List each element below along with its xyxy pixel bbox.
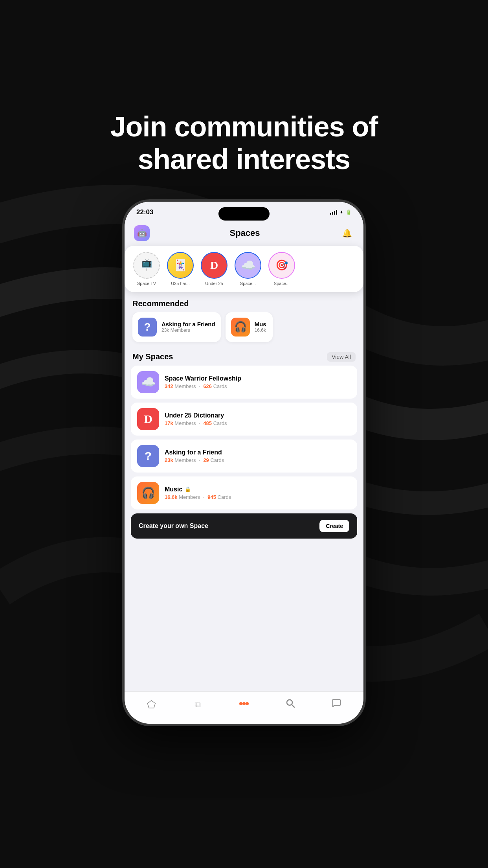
warrior-members: 342 <box>165 383 173 389</box>
status-icons: ✦ 🔋 <box>330 210 352 215</box>
my-spaces-title: My Spaces <box>132 352 173 361</box>
svg-point-1 <box>239 702 242 705</box>
app-title: Spaces <box>229 228 260 238</box>
spaces-row: 📺 + Space TV 🃏 U25 har... D Under 25 <box>125 246 363 292</box>
rec-info-asking: Asking for a Friend 23k Members <box>161 321 215 333</box>
avatar[interactable]: 🤖 <box>134 225 150 241</box>
bell-icon[interactable]: 🔔 <box>340 226 354 240</box>
space-item-space-tv[interactable]: 📺 + Space TV <box>132 252 161 286</box>
tab-chat-icon <box>332 699 341 710</box>
list-item-dictionary[interactable]: D Under 25 Dictionary 17k Members · 485 … <box>131 403 357 436</box>
list-item-warrior[interactable]: ☁️ Space Warrior Fellowship 342 Members … <box>131 366 357 399</box>
asking-meta: 23k Members · 29 Cards <box>165 457 351 463</box>
recommended-row: ? Asking for a Friend 23k Members 🎧 Mus … <box>125 312 363 348</box>
battery-icon: 🔋 <box>346 210 352 215</box>
dictionary-name: Under 25 Dictionary <box>165 412 351 419</box>
status-time: 22:03 <box>136 208 153 216</box>
tab-home[interactable]: ⬠ <box>128 699 175 711</box>
music-icon: 🎧 <box>137 482 159 504</box>
warrior-info: Space Warrior Fellowship 342 Members · 6… <box>165 375 351 389</box>
list-item-asking[interactable]: ? Asking for a Friend 23k Members · 29 C… <box>131 440 357 473</box>
rec-info-music: Mus 16.6k <box>255 321 266 333</box>
cloud-icon[interactable]: ☁️ <box>235 252 261 279</box>
phone-shell: 22:03 ✦ 🔋 🤖 Spaces 🔔 <box>122 199 366 726</box>
tab-search-icon <box>286 699 295 710</box>
my-spaces-header: My Spaces View All <box>125 348 363 366</box>
rec-name-asking: Asking for a Friend <box>161 321 215 327</box>
under25-icon[interactable]: D <box>201 252 227 279</box>
create-bar: Create your own Space Create <box>131 513 357 539</box>
asking-name: Asking for a Friend <box>165 449 351 456</box>
phone-screen: 22:03 ✦ 🔋 🤖 Spaces 🔔 <box>125 202 363 724</box>
rec-icon-music: 🎧 <box>231 318 250 337</box>
music-name: Music 🔒 <box>165 486 351 493</box>
warrior-cards: 626 <box>203 383 212 389</box>
signal-bars <box>330 210 337 215</box>
page-headline: Join communities of shared interests <box>110 110 378 176</box>
lock-icon: 🔒 <box>185 486 191 492</box>
space-item-u25[interactable]: 🃏 U25 har... <box>166 252 194 286</box>
target-label: Space... <box>274 281 290 286</box>
space-item-under25[interactable]: D Under 25 <box>200 252 228 286</box>
list-item-music[interactable]: 🎧 Music 🔒 16.6k Members · 945 Cards <box>131 476 357 509</box>
svg-line-5 <box>292 705 294 708</box>
asking-info: Asking for a Friend 23k Members · 29 Car… <box>165 449 351 463</box>
svg-point-2 <box>242 702 246 705</box>
dynamic-island <box>218 207 270 221</box>
warrior-name: Space Warrior Fellowship <box>165 375 351 382</box>
status-bar: 22:03 ✦ 🔋 <box>125 202 363 223</box>
dictionary-info: Under 25 Dictionary 17k Members · 485 Ca… <box>165 412 351 426</box>
space-tv-label: Space TV <box>137 281 156 286</box>
music-info: Music 🔒 16.6k Members · 945 Cards <box>165 486 351 500</box>
tab-home-icon: ⬠ <box>147 699 156 711</box>
tab-search[interactable] <box>267 699 314 710</box>
cloud-label: Space... <box>240 281 256 286</box>
tab-cards[interactable]: ⧉ <box>175 699 221 710</box>
warrior-meta: 342 Members · 626 Cards <box>165 383 351 389</box>
space-item-target[interactable]: 🎯 Space... <box>268 252 296 286</box>
tab-spaces[interactable] <box>221 699 267 710</box>
svg-point-3 <box>246 702 249 705</box>
dictionary-meta: 17k Members · 485 Cards <box>165 420 351 426</box>
create-bar-text: Create your own Space <box>139 522 208 530</box>
rec-meta-asking: 23k Members <box>161 327 215 333</box>
headline-line1: Join communities of <box>110 110 378 143</box>
tab-cards-icon: ⧉ <box>194 699 201 710</box>
rec-icon-question: ? <box>138 318 157 337</box>
create-button[interactable]: Create <box>319 520 349 532</box>
tab-spaces-icon <box>238 699 250 710</box>
target-icon[interactable]: 🎯 <box>268 252 295 279</box>
u25-icon[interactable]: 🃏 <box>167 252 194 279</box>
rec-name-music: Mus <box>255 321 266 327</box>
rec-card-asking[interactable]: ? Asking for a Friend 23k Members <box>132 312 221 342</box>
space-item-cloud[interactable]: ☁️ Space... <box>234 252 262 286</box>
tab-bar: ⬠ ⧉ <box>125 691 363 724</box>
under25-label: Under 25 <box>205 281 223 286</box>
connectivity-icon: ✦ <box>339 210 343 215</box>
rec-card-music[interactable]: 🎧 Mus 16.6k <box>226 312 273 342</box>
space-tv-icon[interactable]: 📺 + <box>133 252 160 279</box>
music-meta: 16.6k Members · 945 Cards <box>165 494 351 500</box>
asking-icon: ? <box>137 445 159 467</box>
rec-meta-music: 16.6k <box>255 327 266 333</box>
warrior-icon: ☁️ <box>137 371 159 393</box>
u25-label: U25 har... <box>171 281 190 286</box>
dictionary-icon: D <box>137 408 159 430</box>
headline-line2: shared interests <box>110 143 378 176</box>
recommended-title: Recommended <box>125 292 363 312</box>
scroll-area: Recommended ? Asking for a Friend 23k Me… <box>125 292 363 570</box>
tab-chat[interactable] <box>313 699 360 710</box>
view-all-button[interactable]: View All <box>327 352 356 362</box>
